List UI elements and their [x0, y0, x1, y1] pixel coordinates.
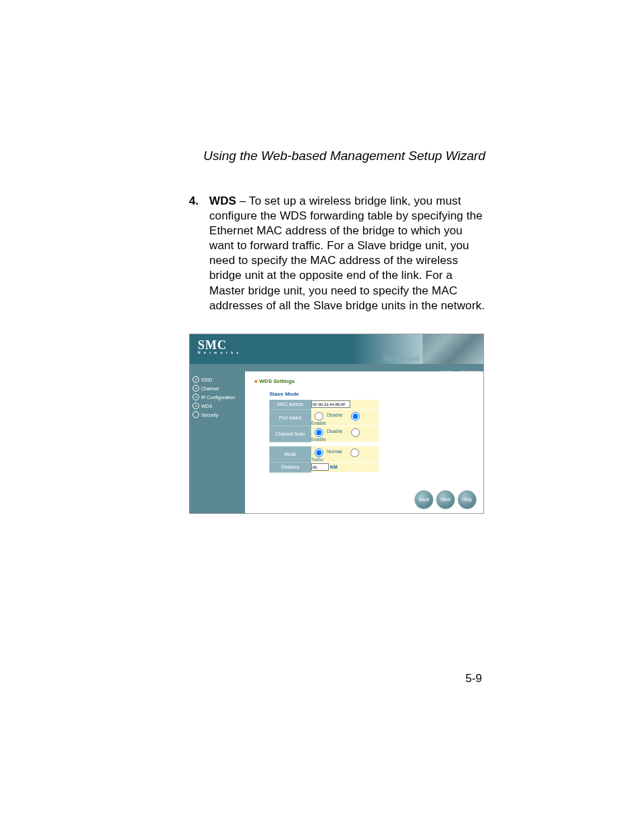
crumb-row: ⌂ Home ✖ Logout — [190, 364, 483, 371]
check-icon — [192, 376, 199, 383]
distance-unit: KM — [330, 465, 338, 469]
label-mac: MAC adress — [269, 400, 311, 410]
sidebar-item-wds[interactable]: WDS — [192, 402, 242, 411]
check-icon — [192, 385, 199, 392]
circle-icon — [192, 411, 199, 418]
check-icon — [192, 394, 199, 400]
sidebar-item-security[interactable]: Security — [192, 411, 242, 419]
step-number: 4. — [189, 194, 209, 313]
sidebar-item-ipconfig[interactable]: IP Configuration — [192, 393, 242, 402]
banner-photo — [423, 334, 483, 364]
sidebar-item-label: SSID — [201, 375, 212, 384]
sidebar-item-ssid[interactable]: SSID — [192, 375, 242, 384]
portstatus-enable-label: Enable — [311, 421, 326, 425]
row-distance: Distance KM — [269, 462, 379, 472]
portstatus-disable-radio[interactable] — [315, 412, 323, 421]
step-text: – To set up a wireless bridge link, you … — [209, 194, 485, 312]
mode-normal-label: Normal — [327, 449, 342, 454]
page-title: Using the Web-based Management Setup Wiz… — [189, 149, 485, 163]
step-4: 4. WDS – To set up a wireless bridge lin… — [189, 194, 485, 313]
banner-title: Setup Wizard — [383, 355, 419, 362]
panel-subtitle: Slave Mode — [269, 391, 477, 397]
row-portstatus: Port status Disable Enable — [269, 409, 379, 425]
label-portstatus: Port status — [269, 409, 311, 425]
config-table-1: MAC adress Port status Disable Enable Ch… — [269, 400, 379, 473]
mode-turbo-radio[interactable] — [350, 448, 359, 457]
help-button[interactable]: Help — [458, 490, 477, 509]
panel-title: WDS Settings — [254, 378, 477, 384]
channelscan-enable-label: Enable — [311, 437, 326, 442]
back-button[interactable]: Back — [414, 490, 433, 509]
step-body: WDS – To set up a wireless bridge link, … — [209, 194, 485, 313]
sidebar-item-channel[interactable]: Channel — [192, 384, 242, 393]
channelscan-disable-label: Disable — [327, 429, 342, 434]
next-button[interactable]: Next — [436, 490, 455, 509]
wds-settings-screenshot: SMC N e t w o r k s Setup Wizard ⌂ Home … — [189, 334, 484, 514]
sidebar-item-label: WDS — [201, 402, 212, 411]
distance-input[interactable] — [311, 463, 329, 471]
mode-turbo-label: Turbo — [311, 457, 323, 462]
label-distance: Distance — [269, 462, 311, 472]
sidebar: SSID Channel IP Configuration WDS Securi… — [190, 371, 245, 513]
row-mac: MAC adress — [269, 400, 379, 410]
portstatus-enable-radio[interactable] — [351, 412, 360, 421]
banner: SMC N e t w o r k s Setup Wizard — [190, 334, 483, 364]
portstatus-disable-label: Disable — [327, 413, 342, 417]
page-number: 5-9 — [465, 672, 482, 685]
sidebar-item-label: Channel — [201, 384, 219, 393]
mode-normal-radio[interactable] — [315, 448, 323, 457]
check-icon — [192, 402, 199, 409]
smc-logo: SMC N e t w o r k s — [190, 334, 240, 355]
row-channelscan: Channel Scan Disable Enable — [269, 425, 379, 442]
mac-address-input[interactable] — [311, 400, 350, 408]
sidebar-item-label: Security — [201, 411, 218, 419]
sidebar-item-label: IP Configuration — [201, 393, 235, 402]
label-mode: Mode — [269, 446, 311, 463]
label-channelscan: Channel Scan — [269, 425, 311, 442]
step-heading: WDS — [209, 194, 236, 207]
channelscan-enable-radio[interactable] — [351, 428, 360, 437]
wizard-buttons: Back Next Help — [414, 490, 477, 509]
row-mode: Mode Normal Turbo — [269, 446, 379, 463]
main-panel: WDS Settings Slave Mode MAC adress Port … — [245, 371, 483, 513]
channelscan-disable-radio[interactable] — [315, 428, 323, 437]
